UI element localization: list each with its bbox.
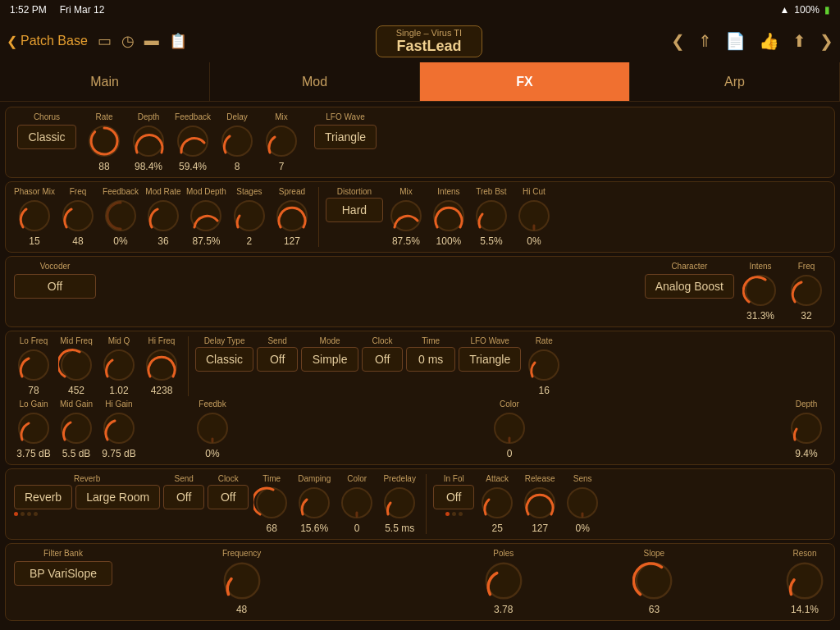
lfo-wave-type[interactable]: Triangle (314, 125, 377, 149)
chorus-type[interactable]: Classic (17, 125, 75, 149)
chorus-depth-group: Depth 98.4% (129, 112, 168, 172)
lo-gain-knob[interactable] (16, 410, 52, 446)
share-icon[interactable]: ⬆ (792, 31, 806, 51)
battery-icon: ▮ (824, 4, 830, 16)
filter-freq-knob[interactable] (221, 559, 263, 602)
chorus-mix-value: 7 (279, 161, 285, 172)
phasor-freq-knob[interactable] (60, 198, 96, 234)
phasor-feedback-knob[interactable] (103, 198, 139, 234)
svg-point-7 (106, 201, 135, 231)
chorus-depth-knob[interactable] (130, 123, 167, 159)
distortion-type[interactable]: Hard (326, 198, 383, 222)
keyboard-icon[interactable]: ▬ (144, 32, 159, 50)
library-icon[interactable]: ▭ (98, 32, 112, 50)
svg-point-38 (637, 564, 672, 599)
vocoder-character[interactable]: Analog Boost (645, 274, 734, 299)
clock-icon[interactable]: ◷ (121, 32, 135, 50)
header-icons: ❮ ⇑ 📄 👍 ⬆ ❯ (671, 31, 833, 51)
distortion-trebbst-knob[interactable] (473, 198, 509, 234)
distortion-intens-knob[interactable] (431, 198, 467, 234)
filter-bank-section: Filter Bank BP VariSlope Frequency 48 Po… (5, 543, 835, 621)
svg-point-5 (20, 201, 49, 231)
infol-dot3 (459, 512, 463, 516)
delay-time[interactable]: 0 ms (406, 347, 455, 372)
tab-mod[interactable]: Mod (210, 62, 420, 101)
chorus-rate-value: 88 (98, 161, 109, 172)
filter-type[interactable]: BP VariSlope (14, 561, 112, 586)
reverb-send[interactable]: Off (163, 485, 204, 509)
chorus-section: Chorus Classic Rate 88 Depth 98.4% (5, 107, 835, 178)
infol-sens-knob[interactable] (564, 485, 600, 521)
phasor-mix-knob[interactable] (16, 198, 52, 234)
date: Fri Mar 12 (60, 4, 105, 16)
reverb-label[interactable]: Reverb (14, 485, 72, 509)
reverb-damping-knob[interactable] (296, 485, 332, 521)
delay-type[interactable]: Classic (195, 347, 253, 372)
content: Chorus Classic Rate 88 Depth 98.4% (0, 102, 840, 626)
hand-icon[interactable]: 👍 (759, 31, 779, 51)
battery: 100% (794, 4, 819, 16)
chorus-delay-knob[interactable] (219, 123, 255, 159)
reverb-clock[interactable]: Off (208, 485, 249, 509)
delay-send[interactable]: Off (257, 347, 298, 372)
delay-clock[interactable]: Off (362, 347, 403, 372)
tab-main[interactable]: Main (0, 62, 210, 101)
mid-q-knob[interactable] (101, 347, 137, 383)
hi-gain-knob[interactable] (101, 410, 137, 446)
hi-freq-knob[interactable] (144, 347, 180, 383)
lo-freq-knob[interactable] (16, 347, 52, 383)
infol-type[interactable]: Off (433, 485, 474, 509)
vocoder-type[interactable]: Off (14, 274, 96, 299)
filter-slope-knob[interactable] (632, 559, 675, 602)
mid-gain-knob[interactable] (58, 410, 94, 446)
prev-icon[interactable]: ❮ (671, 31, 685, 51)
reverb-predelay-knob[interactable] (381, 485, 418, 521)
phasor-stages-knob[interactable] (231, 198, 267, 234)
filter-bank-label: Filter Bank (14, 549, 112, 558)
distortion-hicut-knob[interactable] (516, 198, 552, 234)
svg-point-34 (525, 488, 555, 518)
delay-rate-knob[interactable] (526, 347, 562, 383)
filter-poles-knob[interactable] (482, 559, 525, 602)
patch-name-box[interactable]: Single – Virus TI FastLead (376, 25, 482, 57)
reverb-type[interactable]: Large Room (75, 485, 160, 509)
delay-lfo-wave[interactable]: Triangle (459, 347, 521, 372)
clipboard-icon[interactable]: 📋 (169, 32, 187, 50)
back-button[interactable]: ❮ Patch Base (7, 34, 88, 49)
delay-mode[interactable]: Simple (301, 347, 358, 372)
eq-delay-section: Lo Freq 78 Mid Freq 452 Mid Q (5, 331, 835, 465)
infol-release-knob[interactable] (522, 485, 558, 521)
send-icon[interactable]: ⇑ (698, 31, 712, 51)
delay-feedbk-knob[interactable] (194, 410, 231, 446)
chorus-depth-value: 98.4% (135, 161, 162, 172)
infol-attack-knob[interactable] (479, 485, 515, 521)
tab-arp[interactable]: Arp (630, 62, 840, 101)
delay-color-knob[interactable] (491, 410, 527, 446)
vocoder-freq-knob[interactable] (788, 272, 824, 308)
distortion-mix-knob[interactable] (388, 198, 424, 234)
phasor-spread-knob[interactable] (274, 198, 310, 234)
chorus-label: Chorus (34, 112, 60, 121)
mid-freq-knob[interactable] (58, 347, 94, 383)
phasor-modrate-knob[interactable] (145, 198, 181, 234)
chorus-rate-knob[interactable] (86, 123, 122, 159)
reverb-color-knob[interactable] (339, 485, 375, 521)
reverb-time-knob[interactable] (253, 485, 290, 521)
next-icon[interactable]: ❯ (819, 31, 833, 51)
chorus-delay-value: 8 (235, 161, 240, 172)
chorus-mix-knob[interactable] (263, 123, 299, 159)
delay-depth-knob[interactable] (788, 410, 824, 446)
document-icon[interactable]: 📄 (725, 31, 746, 51)
header: ❮ Patch Base ▭ ◷ ▬ 📋 Single – Virus TI F… (0, 20, 840, 62)
chorus-feedback-knob[interactable] (175, 123, 211, 159)
vocoder-intens-knob[interactable] (742, 272, 778, 308)
dot4 (34, 512, 38, 516)
chorus-mix-group: Mix 7 (262, 112, 301, 172)
tab-fx[interactable]: FX (420, 62, 630, 101)
phasor-moddepth-knob[interactable] (188, 198, 224, 234)
chorus-feedback-value: 59.4% (179, 161, 207, 172)
svg-point-25 (104, 413, 134, 443)
tabs: Main Mod FX Arp (0, 62, 840, 102)
filter-reson-knob[interactable] (783, 559, 826, 602)
infol-dot2 (452, 512, 456, 516)
